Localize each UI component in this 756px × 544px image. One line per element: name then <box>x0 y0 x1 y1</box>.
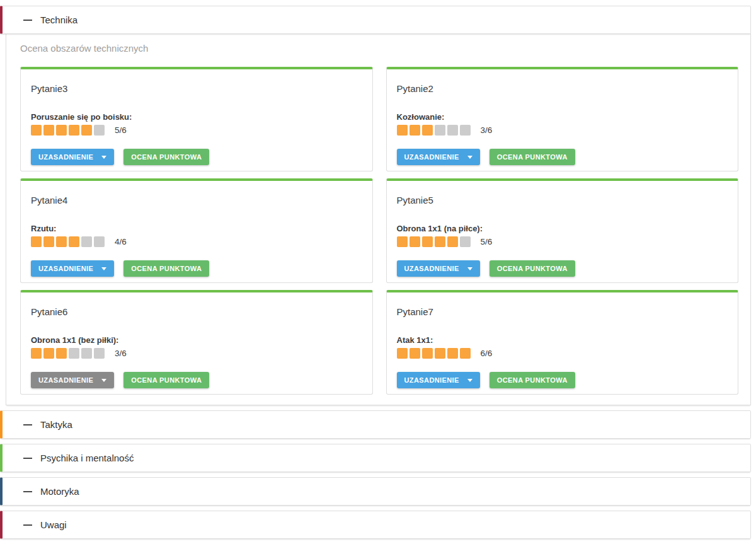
rating-square-empty <box>81 348 92 359</box>
rating-bar <box>397 236 472 247</box>
rating-row: 3/6 <box>397 125 728 136</box>
justification-button[interactable]: UZASADNIENIE <box>397 260 480 277</box>
question-label: Poruszanie się po boisku: <box>31 112 362 122</box>
rating-square-filled <box>43 125 54 136</box>
question-card: Pytanie2 Kozłowanie: 3/6 UZASADNIENIE OC… <box>386 67 739 171</box>
question-card: Pytanie7 Atak 1x1: 6/6 UZASADNIENIE OCEN… <box>386 290 739 395</box>
question-card: Pytanie4 Rzutu: 4/6 UZASADNIENIE OCENA P… <box>20 178 373 283</box>
collapse-minus-icon <box>23 524 32 526</box>
question-label: Kozłowanie: <box>397 112 728 122</box>
rating-square-filled <box>81 125 92 136</box>
score-points-button-label: OCENA PUNKTOWA <box>131 265 202 272</box>
question-card: Pytanie3 Poruszanie się po boisku: 5/6 U… <box>20 67 373 171</box>
collapse-minus-icon <box>23 20 32 21</box>
question-card: Pytanie6 Obrona 1x1 (bez piłki): 3/6 UZA… <box>20 290 373 395</box>
rating-square-empty <box>460 125 471 136</box>
chevron-down-icon <box>101 379 106 382</box>
score-points-button[interactable]: OCENA PUNKTOWA <box>123 149 209 165</box>
score-text: 5/6 <box>481 237 493 246</box>
score-text: 6/6 <box>481 349 493 358</box>
rating-square-filled <box>422 348 433 359</box>
section-header-psychika[interactable]: Psychika i mentalność <box>0 444 751 472</box>
card-actions: UZASADNIENIE OCENA PUNKTOWA <box>31 260 362 277</box>
rating-square-filled <box>69 236 79 247</box>
rating-square-filled <box>410 125 420 136</box>
rating-square-empty <box>69 348 79 359</box>
score-text: 3/6 <box>115 349 127 358</box>
score-points-button-label: OCENA PUNKTOWA <box>497 376 568 384</box>
score-points-button-label: OCENA PUNKTOWA <box>131 376 202 384</box>
score-text: 3/6 <box>481 125 493 135</box>
justification-button[interactable]: UZASADNIENIE <box>31 149 114 165</box>
score-points-button-label: OCENA PUNKTOWA <box>497 153 568 161</box>
score-points-button[interactable]: OCENA PUNKTOWA <box>123 372 209 388</box>
question-title: Pytanie7 <box>397 306 728 317</box>
section-label: Taktyka <box>40 419 72 430</box>
rating-square-filled <box>447 348 458 359</box>
rating-square-empty <box>94 125 105 136</box>
section-header-technika[interactable]: Technika <box>0 6 751 34</box>
rating-square-empty <box>460 236 471 247</box>
rating-square-empty <box>81 236 92 247</box>
card-actions: UZASADNIENIE OCENA PUNKTOWA <box>31 372 362 388</box>
rating-square-filled <box>397 236 408 247</box>
question-title: Pytanie5 <box>397 195 728 205</box>
score-text: 4/6 <box>115 237 127 246</box>
score-text: 5/6 <box>115 125 127 135</box>
question-label: Atak 1x1: <box>397 335 728 345</box>
question-card-grid: Pytanie3 Poruszanie się po boisku: 5/6 U… <box>20 67 738 395</box>
score-points-button[interactable]: OCENA PUNKTOWA <box>490 260 575 277</box>
section-technika: Technika Ocena obszarów technicznych Pyt… <box>0 6 751 405</box>
justification-button-label: UZASADNIENIE <box>38 376 93 384</box>
rating-square-filled <box>56 125 67 136</box>
rating-square-filled <box>56 348 67 359</box>
card-actions: UZASADNIENIE OCENA PUNKTOWA <box>397 149 728 165</box>
rating-square-filled <box>31 348 42 359</box>
rating-square-empty <box>447 125 458 136</box>
card-actions: UZASADNIENIE OCENA PUNKTOWA <box>31 149 362 165</box>
rating-square-filled <box>43 236 54 247</box>
justification-button[interactable]: UZASADNIENIE <box>397 372 480 388</box>
rating-row: 3/6 <box>31 348 362 359</box>
justification-button[interactable]: UZASADNIENIE <box>31 260 114 277</box>
section-label: Motoryka <box>40 486 79 497</box>
rating-bar <box>31 236 106 247</box>
score-points-button[interactable]: OCENA PUNKTOWA <box>490 372 575 388</box>
section-label: Technika <box>40 14 77 25</box>
rating-row: 5/6 <box>397 236 728 247</box>
question-label: Rzutu: <box>31 224 362 233</box>
rating-square-empty <box>94 348 105 359</box>
rating-row: 4/6 <box>31 236 362 247</box>
section-label: Psychika i mentalność <box>40 453 134 463</box>
question-title: Pytanie4 <box>31 195 362 205</box>
rating-square-empty <box>435 125 445 136</box>
section-header-taktyka[interactable]: Taktyka <box>0 410 751 439</box>
section-header-uwagi[interactable]: Uwagi <box>0 511 751 539</box>
question-title: Pytanie3 <box>31 83 362 94</box>
rating-bar <box>31 125 106 136</box>
score-points-button[interactable]: OCENA PUNKTOWA <box>123 260 209 277</box>
rating-square-filled <box>422 125 433 136</box>
rating-square-filled <box>31 236 42 247</box>
question-label: Obrona 1x1 (bez piłki): <box>31 335 362 345</box>
collapse-minus-icon <box>23 458 32 459</box>
justification-button[interactable]: UZASADNIENIE <box>31 372 114 388</box>
section-header-motoryka[interactable]: Motoryka <box>0 477 751 506</box>
rating-square-filled <box>435 236 445 247</box>
score-points-button-label: OCENA PUNKTOWA <box>497 265 568 272</box>
rating-square-filled <box>460 348 471 359</box>
rating-square-filled <box>56 236 67 247</box>
rating-square-filled <box>31 125 42 136</box>
rating-square-filled <box>397 348 408 359</box>
justification-button[interactable]: UZASADNIENIE <box>397 149 480 165</box>
justification-button-label: UZASADNIENIE <box>404 376 459 384</box>
collapse-minus-icon <box>23 491 32 492</box>
question-title: Pytanie2 <box>397 83 728 94</box>
justification-button-label: UZASADNIENIE <box>404 153 459 161</box>
question-card: Pytanie5 Obrona 1x1 (na piłce): 5/6 UZAS… <box>386 178 739 283</box>
justification-button-label: UZASADNIENIE <box>38 153 93 161</box>
question-label: Obrona 1x1 (na piłce): <box>397 224 728 233</box>
score-points-button[interactable]: OCENA PUNKTOWA <box>490 149 575 165</box>
justification-button-label: UZASADNIENIE <box>38 265 93 272</box>
rating-row: 6/6 <box>397 348 728 359</box>
